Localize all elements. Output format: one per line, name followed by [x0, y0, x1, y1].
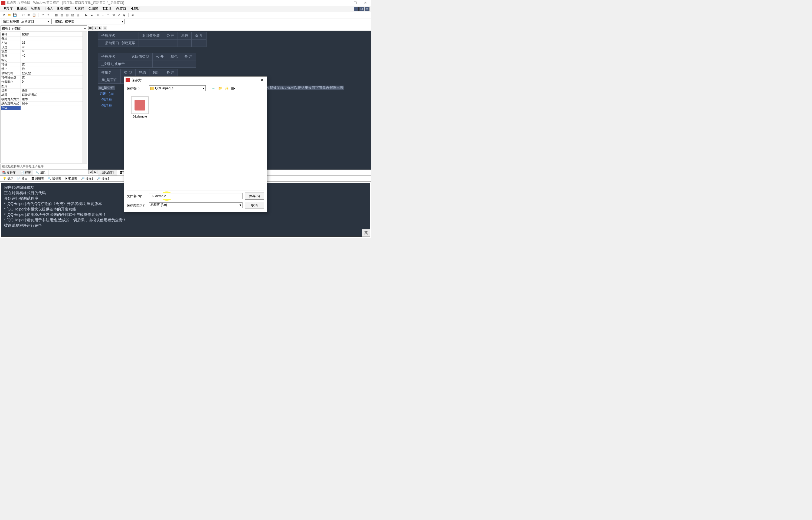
new-icon[interactable]: 🗋 [2, 13, 6, 18]
prop-value[interactable]: 0 [21, 80, 87, 84]
mdi-minimize[interactable]: _ [354, 7, 359, 11]
dialog-close-button[interactable]: ✕ [259, 78, 265, 82]
btab-search2[interactable]: 🔎 搜寻2 [95, 176, 111, 181]
misc-icon[interactable]: 🛠 [130, 13, 135, 18]
prop-key[interactable]: 名称 [1, 32, 21, 36]
menu-run[interactable]: R.运行 [72, 6, 86, 11]
prop-key[interactable]: 类型 [1, 88, 21, 93]
undo-icon[interactable]: ↶ [40, 13, 45, 18]
btab-watch[interactable]: 🔍 监视表 [46, 176, 63, 181]
tab-properties[interactable]: 🔧 属性 [33, 170, 49, 176]
menu-window[interactable]: W.窗口 [114, 6, 128, 11]
btab-calltable[interactable]: ☰ 调用表 [30, 176, 46, 181]
maximize-button[interactable]: ❐ [353, 1, 358, 5]
prop-key[interactable]: 鼠标指针 [1, 71, 21, 76]
menu-tools[interactable]: T.工具 [101, 6, 114, 11]
editor-tab-window[interactable]: _启动窗口 [98, 170, 117, 176]
module-combo[interactable]: 窗口程序集_启动窗口 [2, 19, 50, 24]
prop-key[interactable]: 可停留焦点 [1, 76, 21, 80]
prop-key[interactable]: 横向对齐方式 [1, 97, 21, 102]
menu-database[interactable]: B.数据库 [55, 6, 72, 11]
nav-last-icon[interactable]: ⏭ [103, 26, 107, 30]
up-folder-icon[interactable]: 📁 [218, 86, 223, 91]
prop-key[interactable]: 高度 [1, 54, 21, 58]
prop-key[interactable]: 图片 [1, 84, 21, 88]
property-grid[interactable]: 名称按钮1备注左边16顶边32宽度96高度40标记可视真禁止假鼠标指针默认型可停… [1, 32, 87, 163]
grid1-icon[interactable]: ▦ [54, 13, 59, 18]
menu-edit[interactable]: E.编辑 [15, 6, 29, 11]
redo-icon[interactable]: ↷ [46, 13, 50, 18]
mdi-restore[interactable]: ❐ [359, 7, 364, 11]
prop-value[interactable]: 32 [21, 45, 87, 50]
nav-prev-icon[interactable]: ◀ [93, 26, 97, 30]
save-button[interactable]: 保存(S) [245, 192, 264, 200]
procedure-combo[interactable]: _按钮1_被单击 [51, 19, 124, 24]
prop-value[interactable]: 默认型 [21, 71, 87, 76]
step6-icon[interactable]: ◉ [122, 13, 127, 18]
save-icon[interactable]: 💾 [12, 13, 17, 18]
prop-value[interactable] [21, 106, 87, 110]
step3-icon[interactable]: ⤴ [106, 13, 110, 18]
mdi-close[interactable]: × [365, 7, 369, 11]
prop-key[interactable]: 可视 [1, 62, 21, 67]
grid4-icon[interactable]: ▧ [70, 13, 75, 18]
run-icon[interactable]: ▶ [84, 13, 89, 18]
filename-input[interactable] [149, 193, 243, 199]
prop-value[interactable]: 96 [21, 50, 87, 54]
btab-hint[interactable]: 💡 提示 [1, 176, 15, 181]
folder-combo[interactable]: QQHelperEc [149, 85, 206, 91]
menu-help[interactable]: H.帮助 [128, 6, 142, 11]
back-icon[interactable]: ← [211, 86, 216, 91]
prop-key[interactable]: 字体 [1, 106, 21, 110]
prop-key[interactable]: 标题 [1, 93, 21, 97]
step5-icon[interactable]: ⟳ [116, 13, 121, 18]
prop-key[interactable]: 纵向对齐方式 [1, 102, 21, 106]
minimize-button[interactable]: — [342, 1, 347, 5]
object-selector[interactable]: 按钮1（按钮） ▾ [1, 25, 87, 31]
btab-search1[interactable]: 🔎 搜寻1 [79, 176, 95, 181]
prop-value[interactable]: 假 [21, 67, 87, 71]
prop-value[interactable]: 真 [21, 62, 87, 67]
prop-value[interactable]: 16 [21, 41, 87, 45]
tab-support-lib[interactable]: 📚 支持库 [0, 170, 18, 176]
prop-key[interactable]: 标记 [1, 58, 21, 62]
grid2-icon[interactable]: ▤ [59, 13, 64, 18]
new-folder-icon[interactable]: ✨ [224, 86, 229, 91]
scrollbar[interactable] [83, 32, 87, 163]
prop-value[interactable]: 居中 [21, 97, 87, 102]
menu-program[interactable]: F.程序 [2, 6, 15, 11]
view-menu-icon[interactable]: ▦▾ [231, 86, 235, 91]
prop-key[interactable]: 左边 [1, 41, 21, 45]
tab-program[interactable]: 📄 程序 [18, 170, 33, 176]
step4-icon[interactable]: ⟲ [111, 13, 116, 18]
prop-value[interactable] [21, 36, 87, 41]
menu-compile[interactable]: C.编译 [86, 6, 101, 11]
nav-first-icon[interactable]: ⏮ [88, 26, 92, 30]
grid3-icon[interactable]: ▥ [65, 13, 69, 18]
step2-icon[interactable]: ⤷ [100, 13, 105, 18]
grid5-icon[interactable]: ▨ [76, 13, 80, 18]
prop-value[interactable]: 群验证测试 [21, 93, 87, 97]
tab-scroll-left-icon[interactable]: ◀ [88, 170, 92, 174]
event-selector[interactable]: 在此处选择加入事件处理子程序 … [1, 163, 87, 169]
close-button[interactable]: ✕ [363, 1, 368, 5]
paste-icon[interactable]: 📋 [32, 13, 36, 18]
step1-icon[interactable]: ⇥ [95, 13, 100, 18]
tab-scroll-right-icon[interactable]: ▶ [93, 170, 97, 174]
prop-value[interactable]: 按钮1 [21, 32, 87, 36]
prop-key[interactable]: 备注 [1, 36, 21, 41]
filetype-select[interactable]: 易程序 (*.e) [149, 202, 243, 208]
file-list[interactable]: 01.demo.e [127, 94, 264, 190]
menu-insert[interactable]: I.插入 [43, 6, 55, 11]
prop-value[interactable]: 40 [21, 54, 87, 58]
btab-vars[interactable]: ✖ 变量表 [63, 176, 79, 181]
file-item[interactable]: 01.demo.e [129, 97, 151, 118]
prop-value[interactable] [21, 58, 87, 62]
prop-value[interactable]: 居中 [21, 102, 87, 106]
prop-value[interactable] [21, 84, 87, 88]
prop-value[interactable]: 真 [21, 76, 87, 80]
prop-key[interactable]: 禁止 [1, 67, 21, 71]
cut-icon[interactable]: ✂ [21, 13, 26, 18]
prop-value[interactable]: 通常 [21, 88, 87, 93]
nav-next-icon[interactable]: ▶ [98, 26, 102, 30]
